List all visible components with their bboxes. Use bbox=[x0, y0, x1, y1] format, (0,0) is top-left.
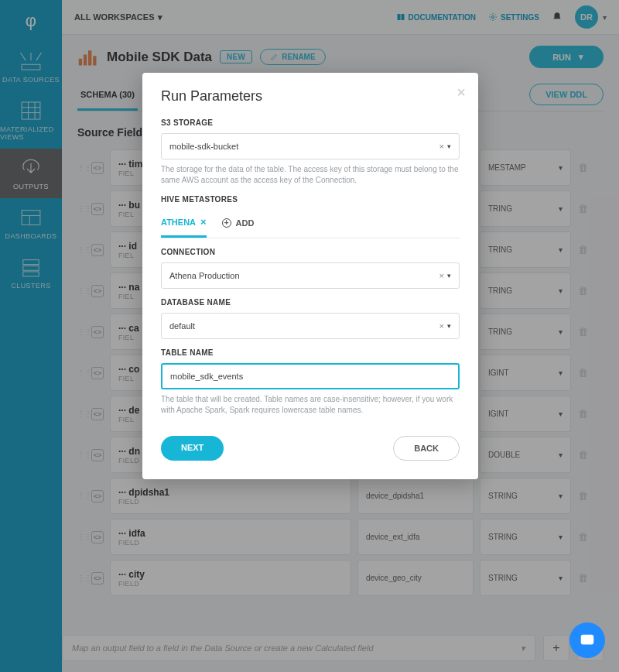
chevron-down-icon[interactable]: ▾ bbox=[447, 272, 451, 279]
tab-athena[interactable]: ATHENA × bbox=[161, 210, 207, 238]
clear-icon[interactable]: × bbox=[439, 142, 444, 151]
chevron-down-icon[interactable]: ▾ bbox=[447, 142, 451, 150]
close-button[interactable]: × bbox=[457, 84, 466, 101]
hive-metastores-label: HIVE METASTORES bbox=[161, 195, 460, 204]
tab-add[interactable]: + ADD bbox=[222, 210, 255, 238]
close-icon[interactable]: × bbox=[200, 216, 207, 228]
next-button[interactable]: NEXT bbox=[161, 436, 224, 461]
database-name-label: DATABASE NAME bbox=[161, 298, 460, 307]
table-name-label: TABLE NAME bbox=[161, 348, 460, 357]
chevron-down-icon[interactable]: ▾ bbox=[447, 322, 451, 330]
svg-rect-18 bbox=[581, 635, 594, 645]
metastore-tabs: ATHENA × + ADD bbox=[161, 210, 460, 238]
plus-icon: + bbox=[222, 218, 231, 228]
clear-icon[interactable]: × bbox=[439, 321, 444, 331]
chat-icon bbox=[579, 632, 596, 649]
connection-label: CONNECTION bbox=[161, 248, 460, 256]
intercom-chat-button[interactable] bbox=[569, 622, 605, 658]
table-name-input[interactable]: mobile_sdk_events bbox=[161, 363, 460, 389]
connection-select[interactable]: Athena Production × ▾ bbox=[161, 262, 460, 289]
modal-title: Run Parameters bbox=[161, 88, 460, 105]
s3-storage-label: S3 STORAGE bbox=[161, 118, 460, 127]
clear-icon[interactable]: × bbox=[439, 271, 444, 280]
table-name-help: The table that will be created. Table na… bbox=[161, 394, 460, 416]
s3-storage-help: The storage for the data of the table. T… bbox=[161, 164, 460, 186]
back-button[interactable]: BACK bbox=[393, 436, 460, 461]
s3-storage-select[interactable]: mobile-sdk-bucket × ▾ bbox=[161, 133, 460, 159]
database-name-select[interactable]: default × ▾ bbox=[161, 313, 460, 339]
run-parameters-modal: × Run Parameters S3 STORAGE mobile-sdk-b… bbox=[142, 73, 478, 479]
